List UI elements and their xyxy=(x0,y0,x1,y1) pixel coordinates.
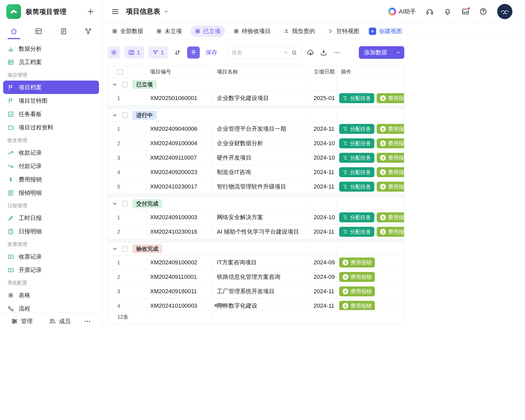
search-input[interactable] xyxy=(232,50,281,56)
view-tab[interactable]: 未立项 xyxy=(152,25,186,37)
horizontal-scrollbar[interactable] xyxy=(214,304,228,307)
sidebar-item[interactable]: 项目甘特图 xyxy=(3,94,99,107)
sidebar-item[interactable]: 工时日报 xyxy=(3,211,99,225)
save-view-button[interactable]: 保存 xyxy=(206,49,217,56)
sidebar-item[interactable]: 日报明细 xyxy=(3,225,99,238)
assign-task-button[interactable]: 分配任务 xyxy=(339,124,374,134)
add-data-button[interactable]: 添加数据 xyxy=(359,46,404,59)
add-workspace-button[interactable] xyxy=(86,7,95,16)
collapse-group-chevron-icon[interactable] xyxy=(112,112,118,118)
group-checkbox[interactable] xyxy=(122,246,128,252)
sidebar-item[interactable]: 收款记录 xyxy=(3,146,99,159)
assign-task-button[interactable]: 分配任务 xyxy=(339,138,374,148)
expense-button[interactable]: $费用报销 xyxy=(377,138,404,148)
pin-button[interactable] xyxy=(187,46,200,59)
expense-button[interactable]: $费用报销 xyxy=(377,124,404,134)
assign-task-button[interactable]: 分配任务 xyxy=(339,227,374,237)
manage-button[interactable]: 管理 xyxy=(11,317,33,325)
view-tab[interactable]: 甘特视图 xyxy=(324,25,364,37)
expense-button[interactable]: $费用报销 xyxy=(377,227,404,237)
view-settings-button[interactable] xyxy=(108,46,120,59)
table-row[interactable]: 4XM202409200023制造业IT咨询2024-11分配任务$费用报销 xyxy=(108,165,404,180)
table-row[interactable]: 1XM202409100002IT方案咨询项目2024-09$费用报销 xyxy=(108,255,404,270)
collapse-group-chevron-icon[interactable] xyxy=(112,201,118,207)
column-header-ops[interactable]: 操作 xyxy=(337,66,404,78)
search-icon[interactable] xyxy=(291,50,297,56)
table-row[interactable]: 5XM202410230017智行物流管理软件升级项目2024-11分配任务$费… xyxy=(108,180,404,194)
sidebar-item[interactable]: 费用报销 xyxy=(3,173,99,186)
sidebar-nav-tab-org[interactable] xyxy=(80,23,96,39)
sidebar-nav-tab-doc[interactable] xyxy=(55,23,72,39)
export-button[interactable] xyxy=(320,49,327,56)
table-row[interactable]: 1XM202409100003网络安全解决方案2024-10分配任务$费用报销 xyxy=(108,210,404,225)
collapse-sidebar-button[interactable] xyxy=(111,8,119,15)
inbox-button[interactable] xyxy=(461,8,469,15)
column-header-code[interactable]: 项目编号 xyxy=(146,66,213,78)
column-header-date[interactable]: 立项日期 xyxy=(310,66,337,78)
sidebar-item[interactable]: 项目过程资料 xyxy=(3,121,99,134)
column-header-name[interactable]: 项目名称 xyxy=(213,66,310,78)
table-row[interactable]: 3XM202409110007硬件开发项目2024-10分配任务$费用报销 xyxy=(108,151,404,165)
sidebar-nav-tab-sheet[interactable] xyxy=(30,23,47,39)
search-scope-chevron-icon[interactable] xyxy=(283,50,288,55)
group-checkbox[interactable] xyxy=(122,82,128,87)
import-button[interactable] xyxy=(307,49,314,56)
expense-button[interactable]: $费用报销 xyxy=(339,258,375,267)
sidebar-item[interactable]: 项目档案 xyxy=(3,81,99,94)
table-row[interactable]: 3XM202409180011工厂管理系统开发项目2024-11$费用报销 xyxy=(108,284,404,299)
assign-task-button[interactable]: 分配任务 xyxy=(339,182,374,192)
sidebar-item[interactable]: 收票记录 xyxy=(3,250,99,263)
ai-assistant-button[interactable]: AI助手 xyxy=(388,8,416,15)
sidebar-more-button[interactable] xyxy=(84,318,91,325)
notifications-button[interactable] xyxy=(444,8,452,15)
sidebar-nav-tab-home[interactable] xyxy=(6,23,22,39)
expense-button[interactable]: $费用报销 xyxy=(377,153,404,163)
collapse-group-chevron-icon[interactable] xyxy=(112,246,118,252)
expense-button[interactable]: $费用报销 xyxy=(377,167,404,177)
select-all-checkbox[interactable] xyxy=(117,69,123,75)
sort-button[interactable] xyxy=(171,46,183,59)
sidebar-item[interactable]: 数据分析 xyxy=(3,42,99,55)
table-row[interactable]: 1XM202409040006企业管理平台开发项目一期2024-11分配任务$费… xyxy=(108,122,404,136)
view-tab[interactable]: 已立项 xyxy=(191,25,225,37)
expense-button[interactable]: $费用报销 xyxy=(377,93,404,103)
group-checkbox[interactable] xyxy=(122,112,128,118)
user-avatar[interactable] xyxy=(497,4,512,19)
assign-task-button[interactable]: 分配任务 xyxy=(339,167,374,177)
sidebar-item[interactable]: 开票记录 xyxy=(3,263,99,277)
help-button[interactable] xyxy=(479,8,487,15)
add-data-chevron-icon[interactable] xyxy=(392,50,404,55)
toolbar-more-button[interactable] xyxy=(333,49,340,56)
table-row[interactable]: 2XM202410230016AI 辅助个性化学习平台建设项目2024-11分配… xyxy=(108,225,404,239)
table-row[interactable]: 2XM202409110001铁路信息化管理方案咨询2024-09$费用报销 xyxy=(108,270,404,284)
view-tab[interactable]: 待验收项目 xyxy=(229,25,275,37)
expense-button[interactable]: $费用报销 xyxy=(339,301,375,310)
assign-task-button[interactable]: 分配任务 xyxy=(339,153,374,163)
sidebar-item[interactable]: 员工档案 xyxy=(3,55,99,69)
expense-button[interactable]: $费用报销 xyxy=(377,182,404,192)
sidebar-item[interactable]: 表格 xyxy=(3,288,99,302)
table-row[interactable]: 4XM202410100003万科数字化建设2024-11$费用报销 xyxy=(108,299,404,310)
support-button[interactable] xyxy=(426,8,434,15)
sidebar-item[interactable]: 流程 xyxy=(3,302,99,312)
members-button[interactable]: 成员 xyxy=(49,317,71,325)
sidebar-item[interactable]: 付款记录 xyxy=(3,159,99,173)
create-view-button[interactable]: + 创建视图 xyxy=(369,27,404,35)
expense-button[interactable]: $费用报销 xyxy=(377,212,404,222)
expense-button[interactable]: $费用报销 xyxy=(339,286,375,296)
table-row[interactable]: 1XM202501060001企业数字化建设项目2025-01分配任务$费用报销 xyxy=(108,91,404,106)
table-row[interactable]: 2XM202409100004企业业财数据分析2024-10分配任务$费用报销 xyxy=(108,136,404,151)
view-tab[interactable]: 全部数据 xyxy=(108,25,148,37)
view-tab[interactable]: 我负责的 xyxy=(279,25,319,37)
sidebar-item[interactable]: 任务看板 xyxy=(3,107,99,121)
collapse-group-chevron-icon[interactable] xyxy=(112,82,118,87)
expense-button[interactable]: $费用报销 xyxy=(339,272,375,282)
assign-task-button[interactable]: 分配任务 xyxy=(339,93,374,103)
doc-title-dropdown[interactable]: 项目信息表 xyxy=(126,7,169,16)
sidebar-item[interactable]: 报销明细 xyxy=(3,186,99,200)
filter-button[interactable]: 1 xyxy=(148,46,168,59)
hidden-fields-button[interactable]: 1 xyxy=(124,46,144,59)
group-checkbox[interactable] xyxy=(122,201,128,207)
pencil-icon xyxy=(7,215,14,222)
assign-task-button[interactable]: 分配任务 xyxy=(339,212,374,222)
